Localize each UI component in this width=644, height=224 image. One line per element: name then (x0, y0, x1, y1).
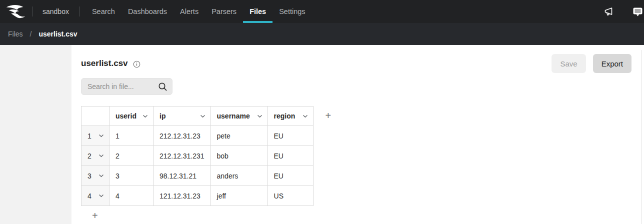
search-input[interactable] (81, 78, 172, 95)
nav-item-settings[interactable]: Settings (272, 0, 312, 23)
falcon-icon (4, 4, 28, 19)
row-number-cell[interactable]: 4 (82, 186, 110, 206)
table-row: 3 3 98.12.31.21 anders EU (82, 166, 314, 186)
nav-item-dashboards[interactable]: Dashboards (122, 0, 174, 23)
page-title: userlist.csv (81, 58, 128, 68)
row-number: 1 (88, 132, 92, 140)
cell-ip[interactable]: 121.12.31.23 (154, 186, 211, 206)
cell-userid[interactable]: 3 (110, 166, 154, 186)
row-number-cell[interactable]: 2 (82, 146, 110, 166)
nav-label: Dashboards (128, 8, 167, 16)
row-number: 2 (88, 152, 92, 160)
column-label: region (274, 112, 296, 120)
nav-label: Settings (279, 8, 305, 16)
column-header-region[interactable]: region (268, 106, 313, 126)
info-icon[interactable] (133, 60, 140, 68)
crowdstrike-falcon-logo[interactable] (4, 4, 28, 19)
row-number: 3 (88, 172, 92, 180)
breadcrumb-separator: / (30, 30, 32, 38)
nav-label: Files (250, 8, 266, 16)
cell-ip[interactable]: 212.12.31.231 (154, 146, 211, 166)
workspace-name[interactable]: sandbox (42, 8, 69, 16)
main-nav: Search Dashboards Alerts Parsers Files S… (86, 0, 312, 23)
megaphone-icon[interactable] (603, 6, 614, 17)
chevron-down-icon[interactable] (302, 114, 308, 118)
row-number-cell[interactable]: 3 (82, 166, 110, 186)
chevron-down-icon[interactable] (98, 154, 104, 158)
nav-label: Search (92, 8, 115, 16)
nav-item-search[interactable]: Search (86, 0, 122, 23)
add-column-button[interactable]: + (324, 106, 334, 126)
left-sidebar (0, 45, 72, 224)
table-row: 2 2 212.12.31.231 bob EU (82, 146, 314, 166)
breadcrumb-current-file: userlist.csv (38, 30, 77, 38)
row-number: 4 (88, 192, 92, 200)
cell-userid[interactable]: 1 (110, 126, 154, 146)
topbar-right-icons (603, 6, 644, 17)
header-row: userid ip username region (82, 106, 314, 126)
cell-region[interactable]: EU (268, 146, 313, 166)
column-label: username (217, 112, 250, 120)
title-group: userlist.csv (81, 58, 140, 68)
chevron-down-icon[interactable] (200, 114, 206, 118)
chevron-down-icon[interactable] (142, 114, 148, 118)
action-buttons: Save Export (552, 54, 632, 73)
cell-ip[interactable]: 98.12.31.21 (154, 166, 211, 186)
scrollbar-track[interactable] (641, 50, 642, 224)
cell-username[interactable]: jeff (210, 186, 268, 206)
search-box (81, 78, 172, 95)
nav-label: Alerts (180, 8, 198, 16)
column-label: ip (160, 112, 166, 120)
breadcrumb: Files / userlist.csv (0, 23, 644, 45)
column-label: userid (116, 112, 136, 120)
cell-userid[interactable]: 2 (110, 146, 154, 166)
cell-ip[interactable]: 212.12.31.23 (154, 126, 211, 146)
work-area: userlist.csv Save Export (0, 45, 644, 224)
column-header-username[interactable]: username (210, 106, 268, 126)
chevron-down-icon[interactable] (257, 114, 262, 118)
active-tab-underline (243, 21, 272, 23)
nav-item-alerts[interactable]: Alerts (174, 0, 205, 23)
cell-username[interactable]: bob (210, 146, 268, 166)
row-number-cell[interactable]: 1 (82, 126, 110, 146)
cell-region[interactable]: US (268, 186, 313, 206)
nav-label: Parsers (212, 8, 236, 16)
cell-userid[interactable]: 4 (110, 186, 154, 206)
csv-table: userid ip username region (81, 106, 314, 206)
topbar-divider (79, 6, 80, 16)
save-button[interactable]: Save (552, 54, 586, 73)
add-row-button[interactable]: + (89, 210, 101, 222)
nav-item-files[interactable]: Files (243, 0, 272, 23)
column-header-userid[interactable]: userid (110, 106, 154, 126)
chevron-down-icon[interactable] (98, 174, 104, 178)
export-button[interactable]: Export (593, 54, 632, 73)
top-nav-bar: sandbox Search Dashboards Alerts Parsers… (0, 0, 644, 23)
table-zone: userid ip username region (81, 106, 632, 206)
row-number-header (82, 106, 110, 126)
chevron-down-icon[interactable] (98, 134, 104, 138)
cell-region[interactable]: EU (268, 126, 313, 146)
file-editor-panel: userlist.csv Save Export (72, 45, 644, 224)
chevron-down-icon[interactable] (98, 194, 104, 198)
cell-region[interactable]: EU (268, 166, 313, 186)
nav-item-parsers[interactable]: Parsers (205, 0, 243, 23)
table-row: 1 1 212.12.31.23 pete EU (82, 126, 314, 146)
title-row: userlist.csv Save Export (81, 54, 632, 73)
cell-username[interactable]: anders (210, 166, 268, 186)
cell-username[interactable]: pete (210, 126, 268, 146)
breadcrumb-files-link[interactable]: Files (8, 30, 23, 38)
chat-feedback-icon[interactable] (632, 6, 643, 17)
topbar-divider (32, 6, 32, 16)
column-header-ip[interactable]: ip (154, 106, 211, 126)
table-row: 4 4 121.12.31.23 jeff US (82, 186, 314, 206)
